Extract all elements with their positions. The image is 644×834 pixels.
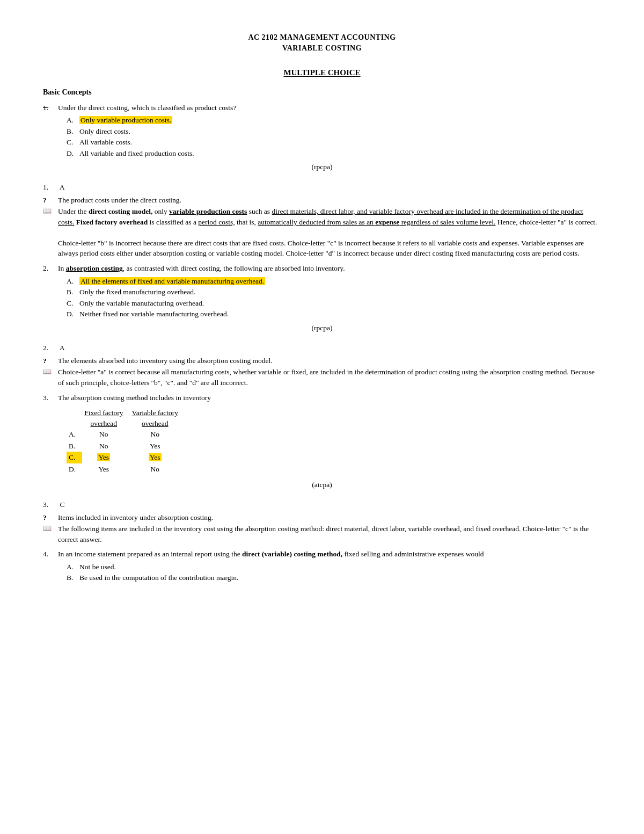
absorption-costing-label: absorption costing [66, 264, 123, 272]
choice-2-d: D. Neither fixed nor variable manufactur… [67, 309, 601, 320]
choice-text-1a: Only variable production costs. [79, 115, 172, 126]
highlight-2a: All the elements of fixed and variable m… [79, 277, 265, 285]
col-header-fixed: Fixed factoryoverhead [82, 407, 129, 429]
question-text-2: In absorption costing, as contrasted wit… [58, 263, 601, 274]
choice-4-b: B. Be used in the computation of the con… [67, 572, 601, 583]
choice-1-b: B. Only direct costs. [67, 126, 601, 137]
highlight-yes-c1: Yes [97, 453, 110, 461]
question-block-2: 2. In absorption costing, as contrasted … [43, 263, 601, 333]
question-item-2: 2. In absorption costing, as contrasted … [43, 263, 601, 274]
title-line2: VARIABLE COSTING [43, 43, 601, 54]
choice-text-1c: All variable costs. [79, 137, 132, 148]
choice-label-1a: A. [67, 115, 79, 126]
subsection-basic-concepts: Basic Concepts [43, 87, 601, 98]
explanation-icon-2: 📖 [43, 367, 58, 388]
source-3: (aicpa) [43, 480, 601, 490]
question-num-3: 3. [43, 393, 58, 403]
choice-label-2a: A. [67, 276, 79, 287]
choices-4: A. Not be used. B. Be used in the comput… [67, 562, 601, 583]
explanation-q-2: ? The elements absorbed into inventory u… [43, 356, 601, 366]
section-header: MULTIPLE CHOICE [43, 67, 601, 79]
page-header: AC 2102 MANAGEMENT ACCOUNTING VARIABLE C… [43, 32, 601, 54]
choice-text-1d: All variable and fixed production costs. [79, 148, 194, 159]
choice-label-4a: A. [67, 562, 79, 572]
question-num-2: 2. [43, 263, 58, 274]
row-label-a: A. [67, 429, 82, 440]
explanation-block-1: 📖 Under the direct costing model, only v… [43, 206, 601, 259]
answer-val-1: A [60, 183, 65, 191]
explanation-text-1: Under the direct costing model, only var… [58, 206, 601, 259]
row-c-col2: Yes [129, 452, 185, 463]
answer-val-2: A [60, 344, 65, 352]
row-b-col2: Yes [129, 440, 185, 452]
answer-num-1: 1. [43, 182, 58, 193]
choice-2-a: A. All the elements of fixed and variabl… [67, 276, 601, 287]
underline-auto-deducted: automatically deducted from sales as an … [258, 218, 495, 226]
choice-label-2d: D. [67, 309, 79, 320]
explanation-text-2: Choice-letter "a" is correct because all… [58, 367, 601, 388]
table-row-d: D. Yes No [67, 463, 185, 475]
choice-text-4a: Not be used. [79, 562, 116, 572]
underline-period-costs: period costs, [198, 218, 235, 226]
explanation-icon-1: 📖 [43, 206, 58, 259]
question-item-3: 3. The absorption costing method include… [43, 393, 601, 403]
table-row-a: A. No No [67, 429, 185, 440]
table-row-b: B. No Yes [67, 440, 185, 452]
inventory-table: Fixed factoryoverhead Variable factoryov… [67, 407, 185, 475]
question-num-1: 1. [43, 103, 58, 113]
explanation-text-3: The following items are included in the … [58, 524, 601, 545]
question-text-3: The absorption costing method includes i… [58, 393, 601, 403]
explanation-q-1: ? The product costs under the direct cos… [43, 195, 601, 206]
choice-label-2c: C. [67, 298, 79, 309]
bold-expense: expense [375, 218, 399, 226]
choice-label-1d: D. [67, 148, 79, 159]
answer-block-1: 1. A [43, 182, 601, 193]
question-block-3: 3. The absorption costing method include… [43, 393, 601, 490]
choice-2-c: C. Only the variable manufacturing overh… [67, 298, 601, 309]
source-2: (rpcpa) [43, 323, 601, 333]
explanation-q-text-1: The product costs under the direct costi… [58, 195, 181, 206]
question-text-1: Under the direct costing, which is class… [58, 103, 601, 113]
row-a-col1: No [82, 429, 129, 440]
choice-label-1c: C. [67, 137, 79, 148]
explanation-sym-2: ? [43, 356, 58, 366]
choices-2: A. All the elements of fixed and variabl… [67, 276, 601, 320]
choice-label-4b: B. [67, 572, 79, 583]
answer-block-2: 2. A [43, 343, 601, 353]
row-label-c: C. [67, 452, 82, 463]
choice-text-2a: All the elements of fixed and variable m… [79, 276, 265, 287]
row-d-col1: Yes [82, 463, 129, 475]
answer-num-2: 2. [43, 343, 58, 353]
choice-1-c: C. All variable costs. [67, 137, 601, 148]
highlight-1a: Only variable production costs. [79, 116, 172, 124]
explanation-sym-3: ? [43, 512, 58, 523]
bold-direct-costing-model: direct costing model, [89, 207, 152, 215]
table-row-c: C. Yes Yes [67, 452, 185, 463]
explanation-q-text-2: The elements absorbed into inventory usi… [58, 356, 273, 366]
title-line1: AC 2102 MANAGEMENT ACCOUNTING [43, 32, 601, 43]
explanation-icon-3: 📖 [43, 524, 58, 545]
choice-2-b: B. Only the fixed manufacturing overhead… [67, 287, 601, 298]
choice-4-a: A. Not be used. [67, 562, 601, 572]
question-block-4: 4. In an income statement prepared as an… [43, 549, 601, 583]
source-1: (rpcpa) [43, 162, 601, 172]
bold-fixed-factory: Fixed factory overhead [76, 218, 148, 226]
col-header-variable: Variable factoryoverhead [129, 407, 185, 429]
choices-1: A. Only variable production costs. B. On… [67, 115, 601, 158]
choice-1-d: D. All variable and fixed production cos… [67, 148, 601, 159]
question-block-1: 1. Under the direct costing, which is cl… [43, 103, 601, 172]
answer-block-3: 3. C [43, 499, 601, 510]
explanation-q-3: ? Items included in inventory under abso… [43, 512, 601, 523]
answer-val-3: C [60, 501, 64, 509]
table-wrapper-3: Fixed factoryoverhead Variable factoryov… [67, 407, 601, 475]
highlight-yes-c2: Yes [149, 453, 162, 461]
row-b-col1: No [82, 440, 129, 452]
row-a-col2: No [129, 429, 185, 440]
explanation-block-3: 📖 The following items are included in th… [43, 524, 601, 545]
choice-text-2d: Neither fixed nor variable manufacturing… [79, 309, 229, 320]
row-c-col1: Yes [82, 452, 129, 463]
choice-text-4b: Be used in the computation of the contri… [79, 572, 238, 583]
explanation-sym-1: ? [43, 195, 58, 206]
explanation-q-text-3: Items included in inventory under absorp… [58, 512, 213, 523]
choice-label-2b: B. [67, 287, 79, 298]
